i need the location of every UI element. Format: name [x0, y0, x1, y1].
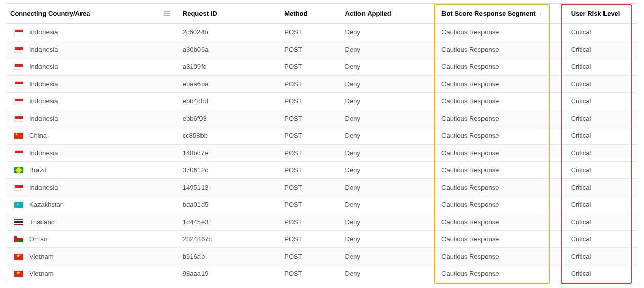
cell-bot-score: Cautious Response: [437, 24, 567, 41]
country-label: Vietnam: [29, 253, 53, 261]
cell-risk: Critical: [567, 76, 638, 93]
cell-bot-score: Cautious Response: [437, 76, 567, 93]
cell-method: POST: [280, 24, 341, 41]
flag-icon: [14, 81, 23, 87]
col-header-country[interactable]: Connecting Country/Area: [6, 4, 179, 24]
cell-bot-score: Cautious Response: [437, 231, 567, 248]
country-label: Brazil: [29, 167, 46, 174]
cell-action: Deny: [341, 213, 437, 231]
cell-method: POST: [280, 248, 341, 265]
cell-risk: Critical: [567, 58, 638, 76]
cell-request-id: 98aaa19: [179, 265, 280, 282]
cell-risk: Critical: [567, 248, 638, 265]
column-menu-icon[interactable]: [164, 10, 170, 16]
cell-action: Deny: [341, 110, 437, 127]
col-header-action[interactable]: Action Applied: [341, 4, 437, 24]
country-label: Thailand: [29, 219, 55, 226]
cell-method: POST: [280, 265, 341, 282]
security-events-table: Connecting Country/Area Request ID Metho…: [6, 3, 638, 282]
table-row[interactable]: Thailand1d445e3POSTDenyCautious Response…: [6, 213, 638, 231]
cell-request-id: 1495113: [179, 179, 280, 196]
cell-risk: Critical: [567, 179, 638, 196]
country-label: Kazakhstan: [29, 201, 64, 209]
cell-bot-score: Cautious Response: [437, 196, 567, 213]
col-header-request[interactable]: Request ID: [179, 4, 280, 24]
flag-icon: [14, 271, 23, 277]
col-header-label: Method: [284, 10, 307, 17]
cell-action: Deny: [341, 162, 437, 179]
country-label: Indonesia: [29, 98, 58, 105]
table-row[interactable]: Vietnam98aaa19POSTDenyCautious ResponseC…: [6, 265, 638, 282]
col-header-label: Bot Score Response Segment: [441, 10, 536, 17]
table-row[interactable]: Indonesiaa30b06aPOSTDenyCautious Respons…: [6, 41, 638, 58]
country-label: Indonesia: [29, 115, 58, 123]
cell-method: POST: [280, 162, 341, 179]
col-header-label: Connecting Country/Area: [10, 10, 90, 17]
col-header-risk[interactable]: User Risk Level: [567, 4, 638, 24]
cell-bot-score: Cautious Response: [437, 41, 567, 58]
country-label: Indonesia: [29, 81, 58, 88]
cell-country: Indonesia: [6, 110, 179, 127]
cell-method: POST: [280, 41, 341, 58]
cell-method: POST: [280, 127, 341, 145]
table-row[interactable]: Oman2824867cPOSTDenyCautious ResponseCri…: [6, 231, 638, 248]
flag-icon: [14, 236, 23, 242]
cell-country: Thailand: [6, 213, 179, 231]
cell-bot-score: Cautious Response: [437, 213, 567, 231]
flag-icon: [14, 254, 23, 260]
cell-request-id: ebaa6ba: [179, 76, 280, 93]
cell-method: POST: [280, 76, 341, 93]
table-row[interactable]: Kazakhstanbda01d5POSTDenyCautious Respon…: [6, 196, 638, 213]
table-row[interactable]: Indonesia148bc7ePOSTDenyCautious Respons…: [6, 145, 638, 162]
table-row[interactable]: Indonesiaebb4cbdPOSTDenyCautious Respons…: [6, 93, 638, 110]
col-header-label: Action Applied: [345, 10, 391, 17]
table-row[interactable]: Vietnamb916abPOSTDenyCautious ResponseCr…: [6, 248, 638, 265]
cell-bot-score: Cautious Response: [437, 179, 567, 196]
flag-icon: [14, 167, 23, 173]
col-header-bot-score[interactable]: Bot Score Response Segment ↑: [437, 4, 567, 24]
cell-request-id: 2c6024b: [179, 24, 280, 41]
table-row[interactable]: Brazil370612cPOSTDenyCautious ResponseCr…: [6, 162, 638, 179]
cell-request-id: 370612c: [179, 162, 280, 179]
col-header-label: User Risk Level: [571, 10, 620, 17]
cell-request-id: 148bc7e: [179, 145, 280, 162]
cell-risk: Critical: [567, 93, 638, 110]
cell-method: POST: [280, 145, 341, 162]
table-row[interactable]: Chinacc858bbPOSTDenyCautious ResponseCri…: [6, 127, 638, 145]
cell-risk: Critical: [567, 41, 638, 58]
cell-country: Indonesia: [6, 93, 179, 110]
table-row[interactable]: Indonesiaebb6f93POSTDenyCautious Respons…: [6, 110, 638, 127]
table-row[interactable]: Indonesia2c6024bPOSTDenyCautious Respons…: [6, 24, 638, 41]
cell-request-id: a30b06a: [179, 41, 280, 58]
table-row[interactable]: Indonesiaebaa6baPOSTDenyCautious Respons…: [6, 76, 638, 93]
cell-country: Brazil: [6, 162, 179, 179]
table-row[interactable]: Indonesiaa3109fcPOSTDenyCautious Respons…: [6, 58, 638, 76]
cell-request-id: 1d445e3: [179, 213, 280, 231]
cell-country: Oman: [6, 231, 179, 248]
cell-action: Deny: [341, 93, 437, 110]
cell-country: Indonesia: [6, 24, 179, 41]
cell-bot-score: Cautious Response: [437, 265, 567, 282]
table-row[interactable]: Indonesia1495113POSTDenyCautious Respons…: [6, 179, 638, 196]
cell-country: Kazakhstan: [6, 196, 179, 213]
cell-risk: Critical: [567, 145, 638, 162]
cell-bot-score: Cautious Response: [437, 162, 567, 179]
cell-action: Deny: [341, 76, 437, 93]
col-header-method[interactable]: Method: [280, 4, 341, 24]
cell-risk: Critical: [567, 265, 638, 282]
cell-action: Deny: [341, 24, 437, 41]
cell-request-id: b916ab: [179, 248, 280, 265]
cell-request-id: bda01d5: [179, 196, 280, 213]
cell-risk: Critical: [567, 213, 638, 231]
flag-icon: [14, 219, 23, 225]
cell-request-id: 2824867c: [179, 231, 280, 248]
cell-action: Deny: [341, 179, 437, 196]
cell-action: Deny: [341, 265, 437, 282]
cell-bot-score: Cautious Response: [437, 58, 567, 76]
cell-method: POST: [280, 196, 341, 213]
country-label: Indonesia: [29, 184, 58, 192]
cell-bot-score: Cautious Response: [437, 248, 567, 265]
cell-action: Deny: [341, 231, 437, 248]
cell-country: Vietnam: [6, 265, 179, 282]
cell-country: Vietnam: [6, 248, 179, 265]
